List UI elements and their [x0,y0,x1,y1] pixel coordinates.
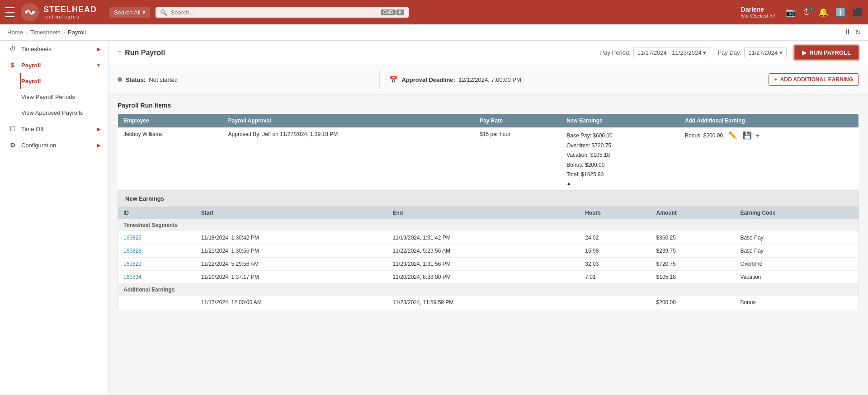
base-pay-line: Base Pay: $600.00 [566,131,674,141]
cell-pay-rate: $15 per hour [474,127,561,190]
approval-value: 12/12/2024, 7:00:00 PM [458,76,521,83]
add-row-icon[interactable]: + [755,132,760,140]
user-info: Darlene Not Clocked In! [741,6,775,19]
segment-id-160826[interactable]: 160826 [123,235,142,241]
cell-hours [580,296,651,309]
add-additional-earning-button[interactable]: + ADD ADDITIONAL EARNING [769,73,859,86]
add-icon: + [774,76,778,83]
pay-period-value: 11/17/2024 - 11/23/2024 [637,49,702,56]
search-all-button[interactable]: Search All ▾ [109,7,150,18]
sidebar-label-payroll: Payroll [21,62,92,69]
earnings-chevron[interactable]: ▲ [566,181,571,186]
svg-point-1 [25,11,28,14]
user-name: Darlene [741,6,775,13]
cell-new-earnings: Base Pay: $600.00 Overtime: $720.75 Vaca… [561,127,679,190]
sidebar-label-configuration: Configuration [21,142,93,149]
brand-logo: STEELHEAD technologies [20,2,97,22]
pay-period-select[interactable]: 11/17/2024 - 11/23/2024 ▾ [633,47,711,58]
additional-earnings-label: Additional Earnings [118,283,859,296]
cell-end: 11/22/2024, 5:29:56 AM [387,244,580,257]
search-input[interactable] [171,9,377,16]
table-row: 160834 11/20/2024, 1:37:17 PM 11/20/2024… [118,270,859,283]
cell-code: Base Pay [735,244,859,257]
page-header: ≡ Run Payroll Pay Period: 11/17/2024 - 1… [108,41,868,65]
configuration-icon: ⚙ [9,141,17,149]
clock-icon[interactable]: ⏱ 0 [803,8,811,17]
run-payroll-label: RUN PAYROLL [809,49,851,56]
cell-employee: Jebboy Williams [118,127,223,190]
cell-code: Base Pay [735,231,859,244]
vacation-line: Vacation: $105.18 [566,150,674,160]
status-separator [379,71,380,89]
sidebar-item-time-off[interactable]: ☐ Time Off ▶ [0,121,108,137]
segment-id-160828[interactable]: 160828 [123,248,142,254]
pay-day-chevron: ▾ [779,49,783,56]
sidebar-item-payroll[interactable]: $ Payroll ▼ [0,57,108,73]
segment-id-160834[interactable]: 160834 [123,274,142,280]
table-row: 160826 11/18/2024, 1:30:42 PM 11/19/2024… [118,231,859,244]
cell-id: 160828 [118,244,196,257]
sidebar-label-time-off: Time Off [21,126,93,132]
segment-id-160829[interactable]: 160829 [123,261,142,267]
camera-icon[interactable]: 📷 [786,7,796,17]
section-title: Payroll Run Items [118,102,859,109]
configuration-expand-icon: ▶ [97,143,101,148]
status-dot [118,77,122,82]
brand-name: STEELHEAD [43,5,97,14]
cell-start: 11/21/2024, 1:30:56 PM [196,244,387,257]
refresh-icon[interactable]: ↻ [855,28,861,37]
pause-icon[interactable]: ⏸ [844,28,851,37]
inner-col-hours: Hours [580,207,651,219]
breadcrumb-payroll: Payroll [68,29,86,36]
save-icon[interactable]: 💾 [743,131,752,140]
status-panel: Status: Not started [118,76,370,83]
overtime-line: Overtime: $720.75 [566,141,674,151]
inner-earnings-table: ID Start End Hours Amount Earning Code T… [118,207,859,309]
sidebar-item-timesheets[interactable]: ⏱ Timesheets ▶ [0,41,108,57]
timesheets-expand-icon: ▶ [97,47,101,52]
breadcrumb-timesheets[interactable]: Timesheets [30,29,61,36]
cell-amount: $239.75 [651,244,735,257]
time-off-icon: ☐ [9,125,17,132]
sidebar-item-configuration[interactable]: ⚙ Configuration ▶ [0,137,108,153]
sidebar-label-view-payroll-periods: View Payroll Periods [21,94,101,100]
cell-code: Overtime [735,257,859,270]
additional-earnings-header: Additional Earnings [118,283,859,296]
cell-end: 11/23/2024, 1:31:56 PM [387,257,580,270]
top-navigation: STEELHEAD technologies Search All ▾ 🔍 CM… [0,0,868,24]
bonus-value: Bonus: $200.00 [685,132,723,139]
payroll-run-items-table: Employee Payroll Approval Pay Rate New E… [118,113,859,190]
col-add-additional-earning: Add Additional Earning [679,114,859,128]
timesheet-segments-header: Timesheet Segments [118,219,859,231]
logout-icon[interactable]: ⬛ [853,7,863,17]
sidebar-item-view-payroll-periods[interactable]: View Payroll Periods [20,89,108,105]
col-employee: Employee [118,114,223,128]
col-new-earnings: New Earnings [561,114,679,128]
run-payroll-button[interactable]: ▶ RUN PAYROLL [794,45,859,60]
sidebar-label-payroll-sub: Payroll [21,78,101,85]
brand-sub: technologies [43,14,97,19]
pay-day-select[interactable]: 11/27/2024 ▾ [744,47,787,58]
expanded-earnings-section: New Earnings ID Start End Hours Amount E… [118,190,859,309]
pay-period-field: Pay Period: 11/17/2024 - 11/23/2024 ▾ [600,47,711,58]
calendar-icon: 📅 [389,75,398,84]
payroll-expand-icon: ▼ [96,63,101,68]
sidebar-item-payroll-sub[interactable]: Payroll [20,73,108,89]
hamburger-small-icon: ≡ [118,49,121,56]
edit-icon[interactable]: ✏️ [728,131,737,140]
col-payroll-approval: Payroll Approval [223,114,475,128]
cell-start: 11/22/2024, 5:29:56 AM [196,257,387,270]
bell-icon[interactable]: 🔔 [818,7,828,17]
info-icon[interactable]: ℹ️ [835,7,845,17]
main-content: ≡ Run Payroll Pay Period: 11/17/2024 - 1… [108,41,868,394]
breadcrumb-home[interactable]: Home [7,29,23,36]
cell-code: Vacation [735,270,859,283]
timesheets-icon: ⏱ [9,45,17,52]
hamburger-menu[interactable] [5,6,14,18]
sidebar-item-view-approved-payrolls[interactable]: View Approved Payrolls [20,105,108,121]
main-layout: ⏱ Timesheets ▶ $ Payroll ▼ Payroll View … [0,41,868,394]
search-bar[interactable]: 🔍 CMD K [156,7,409,18]
cell-id: 160834 [118,270,196,283]
timesheet-segments-label: Timesheet Segments [118,219,859,231]
page-title-text: Run Payroll [125,49,165,57]
